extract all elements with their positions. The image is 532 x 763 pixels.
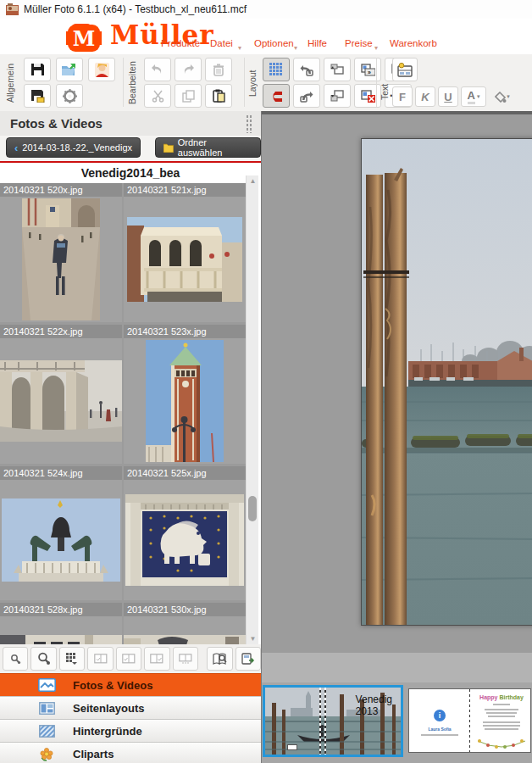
- svg-text:»: »: [368, 70, 371, 75]
- photo-cell[interactable]: 20140321 530x.jpg: [124, 603, 246, 644]
- photo-thumbnail-campanile: [146, 340, 224, 462]
- italic-button[interactable]: K: [415, 86, 435, 107]
- zoom-out-thumbnails-button[interactable]: [3, 647, 28, 671]
- magnet-icon: [270, 89, 282, 103]
- redo-button[interactable]: [175, 58, 202, 81]
- page-thumb-card[interactable]: i Laura Sofia Happy Birthday: [408, 688, 531, 753]
- send-backward-button[interactable]: [324, 84, 351, 108]
- save-as-button[interactable]: [24, 84, 51, 108]
- view-mode-button[interactable]: [59, 647, 85, 671]
- nav-seitenlayouts[interactable]: Seitenlayouts: [0, 696, 261, 719]
- photo-thumbnail-arcade: [0, 360, 122, 442]
- spread-prev-icon: [122, 654, 136, 664]
- menu-warenkorb[interactable]: Warenkorb: [390, 38, 437, 48]
- zoom-in-thumbnails-button[interactable]: [30, 647, 56, 671]
- spread-next-button[interactable]: [144, 647, 169, 671]
- undo-button[interactable]: [144, 58, 171, 81]
- save-button[interactable]: [24, 58, 51, 81]
- paste-button[interactable]: [205, 84, 232, 108]
- svg-text:M: M: [73, 26, 96, 51]
- bring-forward-button[interactable]: [324, 58, 351, 81]
- canvas-area[interactable]: Venedig 2013 i Laura Sofia Happy Birthda…: [261, 111, 532, 763]
- user-avatar-icon: [95, 63, 109, 77]
- spine-fold-line: [324, 688, 326, 755]
- menu-hilfe[interactable]: Hilfe: [308, 38, 327, 48]
- settings-button[interactable]: [56, 84, 83, 108]
- spread-first-button[interactable]: [87, 647, 113, 671]
- rotate-ccw-icon: [300, 64, 313, 76]
- folder-button-row: ‹ 2014-03-18.-22._Venedigx Ordner auswäh…: [0, 136, 261, 161]
- photo-cell[interactable]: 20140321 523x.jpg: [124, 325, 246, 464]
- nav-hintergruende[interactable]: Hintergründe: [0, 719, 261, 742]
- flower-garland: [476, 736, 527, 751]
- choose-folder-button[interactable]: Ordner auswählen: [155, 137, 261, 158]
- gear-icon: [63, 89, 77, 103]
- folder-icon: [163, 143, 174, 153]
- photo-cell[interactable]: 20140321 525x.jpg: [124, 466, 246, 600]
- photo-cell[interactable]: 20140321 528x.jpg: [0, 603, 122, 644]
- delete-layout-button[interactable]: [354, 84, 381, 108]
- fill-color-button[interactable]: ▾: [490, 86, 515, 107]
- photo-cell[interactable]: 20140321 522x.jpg: [0, 325, 122, 464]
- nav-label: Hintergründe: [73, 725, 142, 738]
- cover-title: Venedig 2013: [356, 694, 392, 718]
- menu-datei[interactable]: Datei: [210, 38, 233, 48]
- photo-cell[interactable]: 20140321 520x.jpg: [0, 183, 122, 322]
- rotate-right-button[interactable]: [293, 84, 320, 108]
- photo-list-scrollbar[interactable]: ▲ ▼: [246, 175, 258, 644]
- section-label-layout: Layout: [247, 61, 259, 105]
- apply-layout-all-button[interactable]: »: [354, 58, 381, 81]
- scroll-down-icon[interactable]: ▼: [247, 635, 259, 643]
- nav-label: Seitenlayouts: [73, 702, 145, 715]
- grid-toggle-button[interactable]: [263, 58, 290, 81]
- export-button[interactable]: [236, 647, 261, 671]
- copy-button[interactable]: [175, 84, 202, 108]
- spread-overview-button[interactable]: [173, 647, 198, 671]
- menu-preise[interactable]: Preise: [345, 38, 373, 48]
- open-project-button[interactable]: [56, 58, 83, 81]
- bold-button[interactable]: F: [392, 86, 413, 107]
- scroll-up-icon[interactable]: ▲: [247, 177, 259, 185]
- font-color-button[interactable]: A ▾: [461, 86, 486, 107]
- cut-button[interactable]: [144, 84, 171, 108]
- account-button[interactable]: [88, 58, 115, 81]
- nav-fotos-videos[interactable]: Fotos & Videos: [0, 673, 261, 696]
- layouts-icon: [37, 701, 56, 716]
- save-icon: [30, 63, 45, 76]
- photo-filename: 20140321 522x.jpg: [0, 325, 122, 338]
- info-icon: i: [434, 710, 446, 721]
- spread-overview-icon: [179, 654, 192, 664]
- insert-text-icon: [397, 63, 413, 77]
- backgrounds-icon: [37, 724, 56, 738]
- scrollbar-thumb[interactable]: [248, 496, 257, 521]
- page-thumb-cover[interactable]: Venedig 2013: [263, 685, 403, 757]
- photo-cell[interactable]: 20140321 524x.jpg: [0, 466, 122, 600]
- underline-button[interactable]: U: [438, 86, 458, 107]
- photo-cell[interactable]: 20140321 521x.jpg: [124, 183, 246, 322]
- menu-produkte[interactable]: Produkte: [161, 38, 200, 48]
- menu-optionen[interactable]: Optionen: [254, 38, 294, 48]
- section-label-allgemein: Allgemein: [5, 61, 17, 105]
- photo-thumbnail-piazza: [22, 198, 100, 320]
- folder-back-button[interactable]: ‹ 2014-03-18.-22._Venedigx: [6, 137, 141, 158]
- layout-delete-icon: [361, 90, 375, 103]
- card-right-page: Happy Birthday: [471, 689, 531, 752]
- italic-label: K: [421, 91, 429, 103]
- nav-cliparts[interactable]: Cliparts: [0, 742, 261, 763]
- delete-button[interactable]: [205, 58, 232, 81]
- photo-filename: 20140321 521x.jpg: [124, 183, 246, 197]
- trash-icon: [213, 64, 224, 76]
- bold-label: F: [399, 91, 406, 103]
- font-color-label: A: [468, 89, 475, 104]
- photo-filename: 20140321 528x.jpg: [0, 603, 122, 616]
- snap-magnet-button[interactable]: [263, 84, 290, 108]
- rotate-left-button[interactable]: [293, 58, 320, 81]
- book-page[interactable]: [361, 138, 532, 626]
- panel-grip-handle[interactable]: [246, 114, 252, 133]
- spine-fold-line: [319, 688, 321, 755]
- caret-down-icon: ▾: [477, 93, 480, 100]
- insert-text-button[interactable]: [392, 58, 418, 81]
- spread-prev-button[interactable]: [116, 647, 141, 671]
- brand-bar: M Müller Produkte Datei ▾ Optionen ▾ Hil…: [0, 19, 532, 56]
- preview-book-button[interactable]: [207, 647, 232, 671]
